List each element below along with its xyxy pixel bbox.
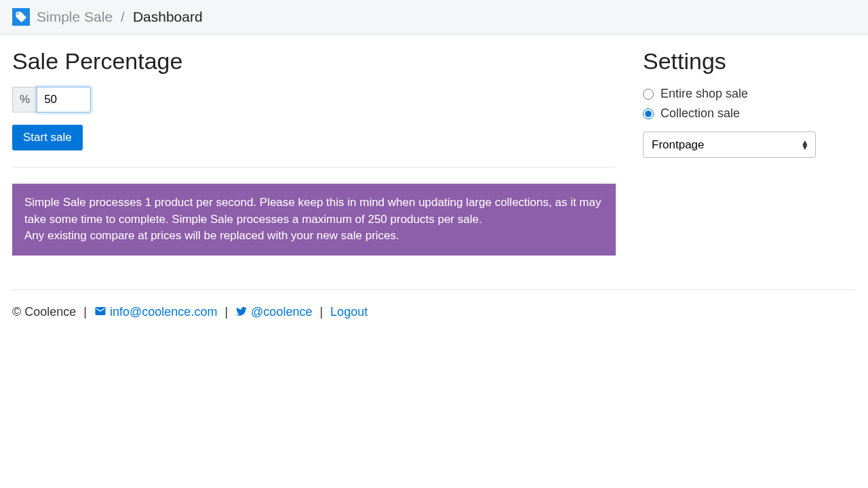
settings-column: Settings Entire shop sale Collection sal…: [643, 48, 856, 256]
twitter-link[interactable]: @coolence: [235, 305, 312, 319]
start-sale-button[interactable]: Start sale: [12, 125, 83, 150]
alert-text-1: Simple Sale processes 1 product per seco…: [24, 195, 604, 228]
radio-entire-shop-label[interactable]: Entire shop sale: [660, 87, 748, 101]
footer-divider: [12, 289, 856, 290]
footer-sep: |: [316, 305, 326, 319]
radio-collection-label[interactable]: Collection sale: [660, 106, 740, 121]
radio-collection-input[interactable]: [643, 108, 654, 119]
percent-input-group: %: [12, 87, 91, 113]
radio-entire-shop-input[interactable]: [643, 89, 654, 100]
percent-addon: %: [12, 87, 37, 113]
breadcrumb-app-link[interactable]: Simple Sale: [37, 9, 113, 25]
divider: [12, 167, 616, 167]
copyright-text: © Coolence: [12, 305, 76, 319]
main-column: Sale Percentage % Start sale Simple Sale…: [12, 48, 616, 256]
footer-line: © Coolence | info@coolence.com | @coolen…: [12, 305, 856, 319]
logout-link[interactable]: Logout: [330, 305, 368, 319]
radio-entire-shop: Entire shop sale: [643, 87, 856, 101]
alert-text-2: Any existing compare at prices will be r…: [24, 228, 604, 245]
footer-sep: |: [221, 305, 231, 319]
footer: © Coolence | info@coolence.com | @coolen…: [0, 289, 868, 340]
envelope-icon: [94, 305, 106, 317]
breadcrumb-separator: /: [121, 9, 125, 25]
radio-collection: Collection sale: [643, 106, 856, 121]
breadcrumb: Simple Sale / Dashboard: [37, 9, 203, 25]
breadcrumb-current: Dashboard: [133, 9, 203, 25]
collection-select-wrap: Frontpage ▲▼: [643, 131, 816, 158]
settings-title: Settings: [643, 48, 856, 75]
email-text: info@coolence.com: [110, 305, 217, 319]
footer-sep: |: [80, 305, 90, 319]
info-alert: Simple Sale processes 1 product per seco…: [12, 184, 616, 256]
twitter-text: @coolence: [251, 305, 312, 319]
page-title: Sale Percentage: [12, 48, 616, 75]
tag-icon: [12, 8, 30, 26]
main-container: Sale Percentage % Start sale Simple Sale…: [0, 35, 868, 269]
topbar: Simple Sale / Dashboard: [0, 0, 868, 35]
email-link[interactable]: info@coolence.com: [94, 305, 217, 319]
collection-select[interactable]: Frontpage: [643, 131, 816, 158]
percent-input[interactable]: [37, 87, 91, 113]
twitter-icon: [235, 305, 248, 317]
